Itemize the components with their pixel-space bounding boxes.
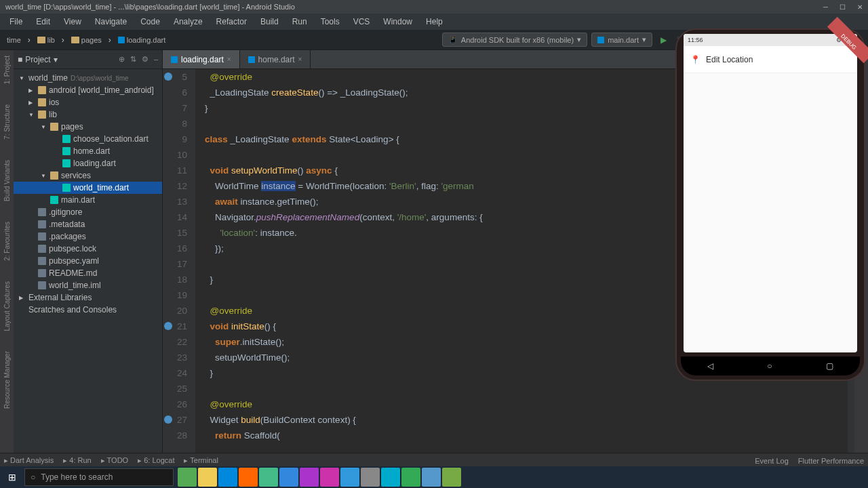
menu-code[interactable]: Code: [134, 14, 167, 29]
windows-taskbar[interactable]: ⊞ ○ Type here to search: [0, 466, 868, 488]
bottom-tab-dart-analysis[interactable]: ▸ Dart Analysis: [4, 456, 54, 465]
menu-view[interactable]: View: [57, 14, 88, 29]
run-config-selector[interactable]: main.dart ▾: [591, 33, 652, 47]
taskbar-app-2[interactable]: [218, 468, 237, 487]
taskbar-app-7[interactable]: [320, 468, 339, 487]
menu-window[interactable]: Window: [376, 14, 419, 29]
menu-run[interactable]: Run: [285, 14, 314, 29]
tree-pages[interactable]: ▼pages: [14, 121, 162, 133]
window-titlebar: world_time [D:\apps\world_time] - ...\li…: [0, 0, 868, 14]
bottom-tool-tabs: ▸ Dart Analysis▸ 4: Run▸ TODO▸ 6: Logcat…: [0, 453, 868, 468]
bottom-tab-flutter-performance[interactable]: Flutter Performance: [798, 457, 864, 465]
taskbar-app-11[interactable]: [401, 468, 420, 487]
tree-services[interactable]: ▼services: [14, 169, 162, 182]
appbar-title: Edit Location: [706, 55, 753, 64]
tool-build-variants[interactable]: Build Variants: [3, 160, 11, 201]
emulator-frame: DEBUG 11:56⚙ ◇ ▮ 📍 Edit Location ◁ ○ ▢: [675, 28, 865, 381]
menu-tools[interactable]: Tools: [314, 14, 347, 29]
menu-refactor[interactable]: Refactor: [210, 14, 254, 29]
tree-readme-md[interactable]: README.md: [14, 267, 162, 279]
tree-lib[interactable]: ▼lib: [14, 108, 162, 121]
bottom-tab-todo[interactable]: ▸ TODO: [101, 456, 128, 465]
crumb-3[interactable]: loading.dart: [115, 35, 169, 45]
taskbar-app-4[interactable]: [259, 468, 278, 487]
tree-world_time[interactable]: ▼world_time D:\apps\world_time: [14, 72, 162, 84]
menu-file[interactable]: File: [3, 14, 29, 29]
menu-edit[interactable]: Edit: [29, 14, 57, 29]
menu-analyze[interactable]: Analyze: [167, 14, 210, 29]
tree-ios[interactable]: ▶ios: [14, 96, 162, 108]
emulator-screen[interactable]: 11:56⚙ ◇ ▮ 📍 Edit Location: [684, 34, 857, 352]
app-bar[interactable]: 📍 Edit Location: [684, 46, 857, 73]
menu-vcs[interactable]: VCS: [347, 14, 377, 29]
taskbar-app-9[interactable]: [361, 468, 380, 487]
run-button[interactable]: ▶: [656, 33, 670, 47]
location-icon: 📍: [690, 55, 701, 64]
taskbar-search[interactable]: ○ Type here to search: [24, 468, 174, 486]
tree-loading-dart[interactable]: loading.dart: [14, 157, 162, 169]
tree--gitignore[interactable]: .gitignore: [14, 206, 162, 218]
tree--metadata[interactable]: .metadata: [14, 218, 162, 230]
taskbar-app-8[interactable]: [340, 468, 359, 487]
tab-loading-dart[interactable]: loading.dart×: [163, 50, 240, 68]
tree-pubspec-yaml[interactable]: pubspec.yaml: [14, 255, 162, 267]
bottom-tab-6-logcat[interactable]: ▸ 6: Logcat: [138, 456, 174, 465]
main-menu: FileEditViewNavigateCodeAnalyzeRefactorB…: [0, 14, 868, 30]
tree-choose_location-dart[interactable]: choose_location.dart: [14, 133, 162, 145]
bottom-tab-event-log[interactable]: Event Log: [755, 457, 789, 465]
taskbar-app-5[interactable]: [279, 468, 298, 487]
project-view-selector[interactable]: ■ Project ▾: [18, 55, 58, 64]
project-tool-window: ■ Project ▾ ⊕ ⇅ ⚙ – ▼world_time D:\apps\…: [14, 50, 163, 453]
tree-main-dart[interactable]: main.dart: [14, 194, 162, 206]
maximize-icon[interactable]: ☐: [840, 3, 846, 11]
close-icon[interactable]: ✕: [857, 3, 863, 11]
tool-2-favourites[interactable]: 2: Favourites: [3, 222, 11, 261]
bottom-tab-terminal[interactable]: ▸ Terminal: [184, 456, 218, 465]
start-button[interactable]: ⊞: [0, 466, 24, 488]
tool-1-project[interactable]: 1: Project: [3, 56, 11, 84]
scroll-from-source-icon[interactable]: ⊕: [119, 55, 125, 64]
nav-home-icon[interactable]: ○: [767, 361, 772, 371]
crumb-1[interactable]: lib: [35, 35, 58, 45]
crumb-2[interactable]: pages: [68, 35, 104, 45]
crumb-0[interactable]: time: [4, 35, 24, 45]
collapse-all-icon[interactable]: ⇅: [130, 55, 136, 64]
tool-layout-captures[interactable]: Layout Captures: [3, 281, 11, 331]
tool-7-structure[interactable]: 7: Structure: [3, 104, 11, 140]
taskbar-app-13[interactable]: [442, 468, 461, 487]
window-title: world_time [D:\apps\world_time] - ...\li…: [5, 3, 295, 11]
phone-clock: 11:56: [688, 37, 703, 43]
project-tree[interactable]: ▼world_time D:\apps\world_time▶android […: [14, 69, 162, 453]
tab-home-dart[interactable]: home.dart×: [240, 50, 311, 68]
editor-gutter[interactable]: 5678910111213141516171819202122232425262…: [163, 69, 195, 453]
gear-icon[interactable]: ⚙: [142, 55, 149, 64]
hide-icon[interactable]: –: [154, 55, 158, 64]
tool-resource-manager[interactable]: Resource Manager: [3, 351, 11, 409]
menu-help[interactable]: Help: [419, 14, 450, 29]
nav-recent-icon[interactable]: ▢: [826, 361, 833, 371]
taskbar-app-3[interactable]: [239, 468, 258, 487]
nav-back-icon[interactable]: ◁: [707, 361, 713, 371]
tree-world_time-iml[interactable]: world_time.iml: [14, 279, 162, 291]
android-nav-bar[interactable]: ◁ ○ ▢: [681, 357, 860, 375]
taskbar-app-12[interactable]: [422, 468, 441, 487]
tree-external-libraries[interactable]: ▶External Libraries: [14, 291, 162, 304]
left-tool-strip: 1: Project7: StructureBuild Variants2: F…: [0, 50, 14, 453]
tree-pubspec-lock[interactable]: pubspec.lock: [14, 243, 162, 255]
bottom-tab-4-run[interactable]: ▸ 4: Run: [63, 456, 91, 465]
tree--packages[interactable]: .packages: [14, 230, 162, 243]
close-tab-icon[interactable]: ×: [227, 56, 231, 63]
tree-world_time-dart[interactable]: world_time.dart: [14, 182, 162, 194]
minimize-icon[interactable]: ─: [823, 3, 828, 11]
menu-navigate[interactable]: Navigate: [88, 14, 134, 29]
tree-scratches-and-consoles[interactable]: Scratches and Consoles: [14, 304, 162, 316]
close-tab-icon[interactable]: ×: [298, 56, 302, 63]
taskbar-app-6[interactable]: [300, 468, 319, 487]
taskbar-app-10[interactable]: [381, 468, 400, 487]
device-selector[interactable]: 📱 Android SDK built for x86 (mobile) ▾: [442, 33, 587, 47]
taskbar-app-1[interactable]: [198, 468, 217, 487]
tree-android-world_time_android-[interactable]: ▶android [world_time_android]: [14, 84, 162, 96]
taskbar-app-0[interactable]: [178, 468, 197, 487]
menu-build[interactable]: Build: [254, 14, 285, 29]
tree-home-dart[interactable]: home.dart: [14, 145, 162, 157]
